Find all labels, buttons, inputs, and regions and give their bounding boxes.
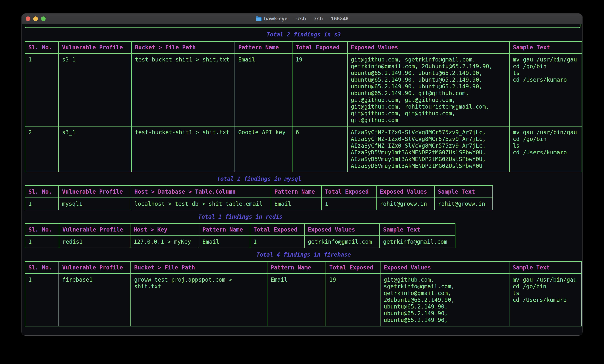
table-header-row: Sl. No. Vulnerable Profile Host > Databa… [25, 186, 493, 198]
cell-sample-text: mv gau /usr/bin/gau cd /go/bin ls cd /Us… [509, 126, 582, 172]
cell-exposed-values: getrkinfo@gmail.com [304, 236, 380, 248]
col-header-pattern-name: Pattern Name [199, 224, 250, 236]
section-caption-firebase: Total 4 findings in firebase [25, 251, 582, 258]
cell-profile: redis1 [59, 236, 130, 248]
col-header-vulnerable-profile: Vulnerable Profile [59, 262, 131, 274]
table-header-row: Sl. No. Vulnerable Profile Bucket > File… [25, 262, 582, 274]
titlebar[interactable]: hawk-eye — -zsh — zsh — 166×46 [22, 14, 582, 24]
cell-exposed-values: git@github.com, sgetrkinfo@gmail.com, ge… [347, 54, 509, 126]
col-header-pattern-name: Pattern Name [267, 262, 326, 274]
cell-sample-text: mv gau /usr/bin/gau cd /go/bin ls cd /Us… [509, 54, 582, 126]
cell-pattern: Google API key [235, 126, 292, 172]
cell-exposed-values: AIzaSyCfNZ-IZx0-SlVcVg8MCr575zv9_Ar7jLc,… [347, 126, 509, 172]
cell-pattern: Email [271, 198, 321, 210]
cell-sl-no: 1 [25, 54, 59, 126]
cell-profile: mysql1 [59, 198, 131, 210]
col-header-bucket-file-path: Bucket > File Path [132, 41, 235, 54]
cell-host: localhost > test_db > shit_table.email [131, 198, 271, 210]
cell-exposed-values: git@github.com, sgetrkinfo@gmail.com, ge… [380, 274, 509, 326]
cell-host: 127.0.0.1 > myKey [130, 236, 199, 248]
col-header-pattern-name: Pattern Name [235, 41, 292, 54]
window-title: hawk-eye — -zsh — zsh — 166×46 [22, 14, 582, 24]
col-header-sl-no: Sl. No. [25, 41, 59, 54]
col-header-exposed-values: Exposed Values [304, 224, 380, 236]
cell-profile: firebase1 [59, 274, 131, 326]
col-header-exposed-values: Exposed Values [347, 41, 509, 54]
cell-path: test-bucket-shit1 > shit.txt [132, 54, 235, 126]
col-header-sample-text: Sample Text [435, 186, 493, 198]
section-caption-mysql: Total 1 findings in mysql [25, 176, 493, 182]
cell-profile: s3_1 [59, 126, 132, 172]
cell-total: 1 [321, 198, 376, 210]
cell-pattern: Email [267, 274, 326, 326]
cell-sl-no: 1 [25, 274, 59, 326]
table-row: 2 s3_1 test-bucket-shit1 > shit.txt Goog… [25, 126, 582, 172]
cell-sl-no: 2 [25, 126, 59, 172]
cell-profile: s3_1 [59, 54, 132, 126]
col-header-host-key: Host > Key [130, 224, 199, 236]
table-header-row: Sl. No. Vulnerable Profile Host > Key Pa… [25, 224, 455, 236]
table-header-row: Sl. No. Vulnerable Profile Bucket > File… [25, 41, 582, 54]
section-redis: Total 1 findings in redis Sl. No. Vulner… [25, 213, 456, 248]
col-header-total-exposed: Total Exposed [321, 186, 376, 198]
table-row: 1 firebase1 groww-test-proj.appspot.com … [25, 274, 582, 326]
cell-pattern: Email [199, 236, 250, 248]
cell-sl-no: 1 [25, 236, 59, 248]
col-header-exposed-values: Exposed Values [380, 262, 509, 274]
section-mysql: Total 1 findings in mysql Sl. No. Vulner… [25, 176, 493, 210]
cell-sample-text: rohit@groww.in [435, 198, 493, 210]
cell-total: 19 [292, 54, 347, 126]
table-row: 1 mysql1 localhost > test_db > shit_tabl… [25, 198, 493, 210]
col-header-vulnerable-profile: Vulnerable Profile [59, 41, 132, 54]
col-header-total-exposed: Total Exposed [292, 41, 347, 54]
col-header-exposed-values: Exposed Values [376, 186, 435, 198]
cell-path: groww-test-proj.appspot.com > shit.txt [131, 274, 267, 326]
col-header-sample-text: Sample Text [509, 41, 582, 54]
clipped-table-border [25, 24, 580, 28]
col-header-host-database-column: Host > Database > Table.Column [131, 186, 271, 198]
col-header-pattern-name: Pattern Name [271, 186, 321, 198]
terminal-window: hawk-eye — -zsh — zsh — 166×46 Total 2 f… [22, 13, 582, 336]
terminal-content[interactable]: Total 2 findings in s3 Sl. No. Vulnerabl… [22, 24, 582, 336]
table-row: 1 s3_1 test-bucket-shit1 > shit.txt Emai… [25, 54, 582, 126]
findings-table-firebase: Sl. No. Vulnerable Profile Bucket > File… [25, 261, 582, 326]
section-caption-redis: Total 1 findings in redis [25, 213, 456, 220]
col-header-total-exposed: Total Exposed [250, 224, 304, 236]
cell-total: 6 [292, 126, 347, 172]
col-header-total-exposed: Total Exposed [326, 262, 380, 274]
cell-total: 1 [250, 236, 304, 248]
findings-table-s3: Sl. No. Vulnerable Profile Bucket > File… [25, 41, 582, 172]
folder-icon [255, 16, 262, 22]
findings-table-redis: Sl. No. Vulnerable Profile Host > Key Pa… [25, 223, 455, 248]
section-caption-s3: Total 2 findings in s3 [25, 31, 582, 38]
cell-pattern: Email [235, 54, 292, 126]
cell-path: test-bucket-shit1 > shit.txt [132, 126, 235, 172]
col-header-sl-no: Sl. No. [25, 224, 59, 236]
findings-table-mysql: Sl. No. Vulnerable Profile Host > Databa… [25, 185, 493, 210]
cell-sl-no: 1 [25, 198, 59, 210]
col-header-vulnerable-profile: Vulnerable Profile [59, 186, 131, 198]
cell-sample-text: getrkinfo@gmail.com [380, 236, 455, 248]
window-title-text: hawk-eye — -zsh — zsh — 166×46 [264, 16, 349, 22]
section-firebase: Total 4 findings in firebase Sl. No. Vul… [25, 251, 582, 326]
col-header-sample-text: Sample Text [509, 262, 582, 274]
col-header-bucket-file-path: Bucket > File Path [131, 262, 267, 274]
col-header-sl-no: Sl. No. [25, 186, 59, 198]
section-s3: Total 2 findings in s3 Sl. No. Vulnerabl… [25, 31, 582, 172]
table-row: 1 redis1 127.0.0.1 > myKey Email 1 getrk… [25, 236, 455, 248]
col-header-sl-no: Sl. No. [25, 262, 59, 274]
cell-total: 19 [326, 274, 380, 326]
col-header-vulnerable-profile: Vulnerable Profile [59, 224, 130, 236]
col-header-sample-text: Sample Text [380, 224, 455, 236]
cell-sample-text: mv gau /usr/bin/gau cd /go/bin ls cd /Us… [509, 274, 582, 326]
cell-exposed-values: rohit@groww.in [376, 198, 435, 210]
